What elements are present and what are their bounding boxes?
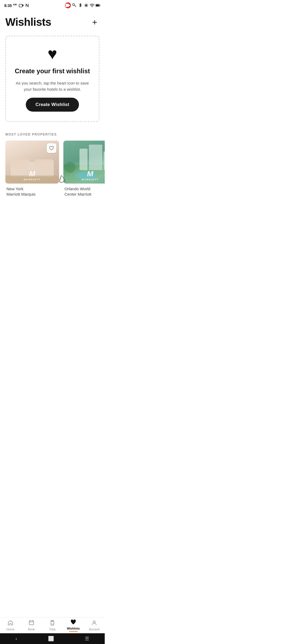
hotel-image-placeholder-2: M MARRIOTT xyxy=(63,141,105,184)
svg-point-7 xyxy=(85,5,87,6)
property-image-2: M MARRIOTT xyxy=(63,141,105,184)
status-left-icons xyxy=(19,3,30,8)
battery-icon xyxy=(96,3,100,8)
add-wishlist-button[interactable]: + xyxy=(90,17,99,28)
status-left: 8:35 AM xyxy=(4,3,30,8)
camera-icon xyxy=(19,3,24,7)
wifi-icon xyxy=(90,3,95,8)
marriott-m-icon-2: M xyxy=(82,170,99,178)
empty-wishlist-description: As you search, tap the heart icon to sav… xyxy=(12,80,92,92)
properties-scroll: M MARRIOTT New YorkMarriott Marquis xyxy=(0,141,105,200)
property-card-1[interactable]: M MARRIOTT New YorkMarriott Marquis xyxy=(5,141,59,198)
svg-rect-21 xyxy=(104,151,105,170)
create-wishlist-button[interactable]: Create Wishlist xyxy=(26,98,79,112)
property-image-1: M MARRIOTT xyxy=(5,141,59,184)
svg-point-23 xyxy=(65,162,75,173)
page-header: Wishlists + xyxy=(5,16,99,28)
heart-icon-large: ♥ xyxy=(48,46,57,62)
page-title: Wishlists xyxy=(5,16,51,28)
svg-rect-2 xyxy=(66,4,69,7)
svg-marker-3 xyxy=(69,4,70,7)
svg-rect-19 xyxy=(79,149,88,170)
property-name-1: New YorkMarriott Marquis xyxy=(6,186,58,197)
empty-wishlist-title: Create your first wishlist xyxy=(15,67,90,75)
empty-wishlist-card: ♥ Create your first wishlist As you sear… xyxy=(5,36,99,122)
favorite-button-1[interactable] xyxy=(47,143,56,153)
rec-icon xyxy=(65,2,71,8)
marriott-logo-2: M MARRIOTT xyxy=(82,170,99,181)
svg-rect-11 xyxy=(96,5,99,6)
property-info-2: Orlando WorldCenter Marriott xyxy=(63,184,105,198)
marriott-brand-text-2: MARRIOTT xyxy=(82,178,99,181)
status-time: 8:35 AM xyxy=(4,3,17,8)
marriott-logo-1: M MARRIOTT xyxy=(24,170,41,181)
nfc-icon xyxy=(25,3,30,8)
section-label: MOST LOVED PROPERTIES xyxy=(5,133,99,136)
svg-rect-14 xyxy=(11,159,30,169)
key-icon xyxy=(72,3,77,8)
svg-rect-0 xyxy=(19,4,22,7)
property-info-1: New YorkMarriott Marquis xyxy=(5,184,59,198)
heart-outline-icon xyxy=(49,146,54,150)
signal-icon xyxy=(84,3,89,8)
property-card-2[interactable]: M MARRIOTT Orlando WorldCenter Marriott xyxy=(63,141,105,198)
most-loved-section: MOST LOVED PROPERTIES xyxy=(5,133,99,200)
svg-point-9 xyxy=(92,7,92,7)
svg-rect-20 xyxy=(89,145,102,170)
main-content: Wishlists + ♥ Create your first wishlist… xyxy=(0,10,105,200)
status-right xyxy=(65,2,100,8)
status-bar: 8:35 AM xyxy=(0,0,105,10)
marriott-m-icon: M xyxy=(24,170,41,178)
property-name-2: Orlando WorldCenter Marriott xyxy=(64,186,105,197)
svg-rect-15 xyxy=(35,159,54,169)
marriott-brand-text-1: MARRIOTT xyxy=(24,178,41,181)
bluetooth-icon xyxy=(78,3,83,8)
